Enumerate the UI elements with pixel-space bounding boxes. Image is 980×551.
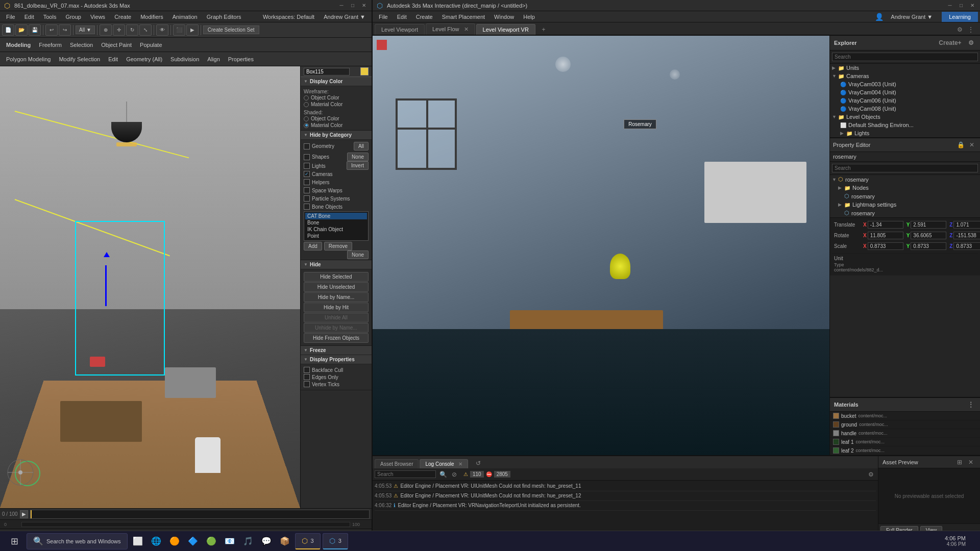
wireframe-material-radio[interactable] bbox=[304, 102, 309, 107]
undo-btn[interactable]: ↩ bbox=[45, 24, 58, 36]
cb-edges-only[interactable] bbox=[304, 374, 310, 380]
maximize-btn-left[interactable]: □ bbox=[349, 2, 356, 9]
taskbar-app3[interactable]: 🟢 bbox=[203, 533, 219, 549]
close-btn-left[interactable]: ✕ bbox=[360, 2, 368, 9]
taskbar-search[interactable]: 🔍 Search the web and Windows bbox=[27, 533, 128, 549]
cb-helpers[interactable] bbox=[304, 179, 310, 185]
invert-btn[interactable]: Invert bbox=[347, 161, 369, 170]
r-user-btn[interactable]: Andrew Grant ▼ bbox=[887, 13, 937, 21]
menu-edit[interactable]: Edit bbox=[20, 13, 38, 21]
tab-asset-browser[interactable]: Asset Browser bbox=[375, 459, 419, 468]
tb-object-paint[interactable]: Object Paint bbox=[97, 41, 136, 49]
translate-z[interactable] bbox=[953, 221, 980, 229]
hide-by-name-btn[interactable]: Hide by Name... bbox=[304, 292, 369, 302]
cb-lights[interactable] bbox=[304, 163, 310, 169]
tree-level-objects[interactable]: ▼ 📁 Level Objects bbox=[830, 113, 980, 121]
menu-file[interactable]: File bbox=[2, 13, 19, 21]
explorer-create-btn[interactable]: Create bbox=[943, 38, 953, 48]
menu-graph-editors[interactable]: Graph Editors bbox=[203, 13, 246, 21]
tree-vray004[interactable]: 🔵 VrayCam004 (Unit) bbox=[830, 88, 980, 96]
r-menu-file[interactable]: File bbox=[375, 13, 392, 21]
hide-by-category-header[interactable]: Hide by Category bbox=[301, 131, 372, 140]
pe-rosemary-node[interactable]: ⬡ rosemary bbox=[830, 192, 980, 201]
rotate-x[interactable] bbox=[868, 232, 903, 239]
taskbar-interactive[interactable]: ⬡ 3 bbox=[323, 533, 348, 549]
none-btn[interactable]: None bbox=[347, 153, 369, 161]
translate-y[interactable] bbox=[911, 221, 946, 229]
log-filter-icon[interactable]: 🔍 bbox=[438, 469, 448, 480]
r-menu-help[interactable]: Help bbox=[519, 13, 539, 21]
log-tab-close[interactable]: ✕ bbox=[458, 461, 462, 467]
redo-btn[interactable]: ↪ bbox=[59, 24, 71, 36]
new-btn[interactable]: 📄 bbox=[2, 24, 14, 36]
tree-vray006[interactable]: 🔵 VrayCam006 (Unit) bbox=[830, 96, 980, 105]
menu-workspaces[interactable]: Workspaces: Default bbox=[259, 13, 318, 21]
pe-lightmap-rosemary[interactable]: ⬡ rosemary bbox=[830, 209, 980, 217]
scale-z[interactable] bbox=[953, 242, 980, 250]
taskbar-app5[interactable]: 🎵 bbox=[240, 533, 256, 549]
tb-subdivision[interactable]: Subdivision bbox=[166, 55, 203, 63]
rotate-y[interactable] bbox=[911, 232, 946, 239]
timeline-track[interactable] bbox=[30, 510, 370, 519]
cb-space-warps[interactable] bbox=[304, 187, 310, 193]
bone-list-item-bone[interactable]: Bone bbox=[305, 219, 367, 226]
view-btn[interactable]: 👁 bbox=[156, 24, 168, 36]
display-color-header[interactable]: Display Color bbox=[301, 77, 372, 86]
log-clear-icon[interactable]: ⊘ bbox=[449, 469, 459, 480]
cb-vertex-ticks[interactable] bbox=[304, 381, 310, 387]
learning-btn[interactable]: Learning bbox=[942, 12, 978, 22]
display-properties-header[interactable]: Display Properties bbox=[301, 355, 372, 364]
taskbar-task-view[interactable]: ⬜ bbox=[130, 533, 146, 549]
r-menu-edit[interactable]: Edit bbox=[393, 13, 411, 21]
pe-nodes-folder[interactable]: ▶ 📁 Nodes bbox=[830, 184, 980, 192]
menu-animation[interactable]: Animation bbox=[168, 13, 202, 21]
open-btn[interactable]: 📂 bbox=[15, 24, 28, 36]
create-selection-set[interactable]: Create Selection Set bbox=[203, 26, 259, 34]
asset-preview-icon[interactable]: ⊞ bbox=[954, 457, 965, 467]
tb-align[interactable]: Align bbox=[203, 55, 224, 63]
explorer-settings-btn[interactable]: ⚙ bbox=[966, 38, 976, 48]
taskbar-3dsmax[interactable]: ⬡ 3 bbox=[295, 533, 321, 549]
start-btn[interactable]: ⊞ bbox=[4, 533, 24, 549]
bone-list-item-ik[interactable]: IK Chain Object bbox=[305, 226, 367, 233]
taskbar-app4[interactable]: 📧 bbox=[222, 533, 238, 549]
tab-level-viewport[interactable]: Level Viewport bbox=[375, 24, 425, 35]
explorer-add-btn[interactable]: + bbox=[954, 38, 965, 48]
cb-bone-objects[interactable] bbox=[304, 204, 310, 210]
log-settings-icon[interactable]: ⚙ bbox=[866, 469, 876, 480]
log-area[interactable]: 4:05:53 ⚠ Editor Engine / Placement VR: … bbox=[373, 481, 878, 537]
tb-poly-modeling[interactable]: Polygon Modeling bbox=[2, 55, 55, 63]
scale-y[interactable] bbox=[911, 242, 946, 250]
translate-x[interactable] bbox=[868, 221, 903, 229]
tb-edit[interactable]: Edit bbox=[104, 55, 122, 63]
menu-create[interactable]: Create bbox=[110, 13, 135, 21]
tb-properties[interactable]: Properties bbox=[224, 55, 258, 63]
pe-lock-icon[interactable]: 🔒 bbox=[955, 140, 966, 150]
tb-populate[interactable]: Populate bbox=[136, 41, 166, 49]
menu-group[interactable]: Group bbox=[61, 13, 85, 21]
viewport-3d[interactable]: [+][Perspective][Standard][Default Shadi… bbox=[0, 66, 300, 508]
bone-add-btn[interactable]: Add bbox=[304, 242, 322, 251]
asset-preview-close[interactable]: ✕ bbox=[966, 457, 976, 467]
rotate-btn[interactable]: ↻ bbox=[126, 24, 138, 36]
taskbar-app6[interactable]: 💬 bbox=[258, 533, 275, 549]
bone-remove-btn[interactable]: Remove bbox=[324, 242, 352, 251]
select-btn[interactable]: ⊕ bbox=[100, 24, 112, 36]
unhide-all-btn[interactable]: Unhide All bbox=[304, 313, 369, 322]
hide-by-hit-btn[interactable]: Hide by Hit bbox=[304, 303, 369, 312]
tb-modify-selection[interactable]: Modify Selection bbox=[55, 55, 104, 63]
taskbar-browser[interactable]: 🌐 bbox=[148, 533, 164, 549]
pe-lightmap-folder[interactable]: ▶ 📁 Lightmap settings bbox=[830, 201, 980, 209]
bone-list-item-point[interactable]: Point bbox=[305, 233, 367, 239]
tab-add-btn[interactable]: + bbox=[538, 24, 549, 35]
tb-modeling[interactable]: Modeling bbox=[2, 41, 35, 49]
menu-tools[interactable]: Tools bbox=[39, 13, 61, 21]
show-desktop-btn[interactable] bbox=[972, 533, 976, 549]
tree-vray003[interactable]: 🔵 VrayCam003 (Unit) bbox=[830, 80, 980, 88]
tree-lights[interactable]: ▶ 📁 Lights bbox=[830, 129, 980, 137]
pe-close-btn[interactable]: ✕ bbox=[967, 140, 977, 150]
taskbar-app7[interactable]: 📦 bbox=[277, 533, 293, 549]
freeze-header[interactable]: Freeze bbox=[301, 346, 372, 355]
minimize-btn-left[interactable]: ─ bbox=[338, 2, 345, 9]
render-btn[interactable]: ⬛ bbox=[173, 24, 185, 36]
